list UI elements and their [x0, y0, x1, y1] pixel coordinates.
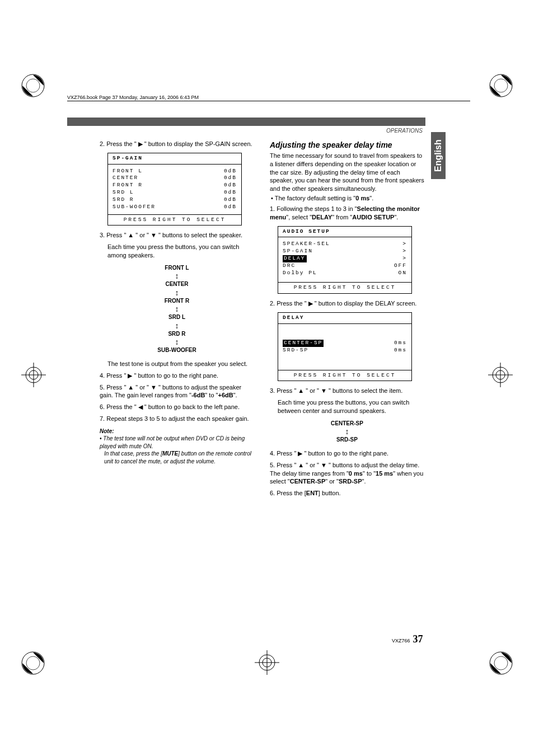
updown-arrow-icon: ↕ — [270, 428, 424, 435]
sp-gain-title: SP-GAIN — [108, 153, 241, 165]
audio-setup-footer: PRESS RIGHT TO SELECT — [278, 282, 411, 293]
left-step-3: 3. Press " ▲ " or " ▼ " buttons to selec… — [100, 231, 254, 240]
flow-item: CENTER-SP — [270, 420, 424, 428]
menu-row: SRD L0dB — [113, 189, 237, 196]
delay-screen: DELAY CENTER-SP0msSRD-SP0ms PRESS RIGHT … — [278, 312, 412, 381]
right-step-6: 6. Press the [ENT] button. — [270, 489, 424, 497]
left-step-3-sub: Each time you press the buttons, you can… — [107, 243, 254, 260]
menu-row: Dolby PLON — [283, 270, 407, 277]
sp-gain-footer: PRESS RIGHT TO SELECT — [108, 214, 241, 226]
flow-item: FRONT L — [100, 264, 254, 272]
right-step-5: 5. Press " ▲ " or " ▼ " buttons to adjus… — [270, 461, 424, 486]
svg-point-0 — [22, 74, 44, 97]
left-step-6: 6. Press the " ◀ " button to go back to … — [100, 403, 254, 411]
flow-item: CENTER — [100, 280, 254, 288]
delay-section-title: Adjusting the speaker delay time — [270, 140, 424, 151]
right-step-4: 4. Press " ▶ " button to go to the right… — [270, 449, 424, 458]
speaker-cycle-flow: FRONT L↕CENTER↕FRONT R↕SRD L↕SRD R↕SUB-W… — [100, 264, 254, 354]
left-column: 2. Press the " ▶ " button to display the… — [100, 140, 254, 501]
updown-arrow-icon: ↕ — [100, 289, 254, 297]
menu-row: FRONT L0dB — [113, 168, 237, 175]
menu-row: SUB-WOOFER0dB — [113, 204, 237, 211]
left-step-4: 4. Press " ▶ " button to go to the right… — [100, 372, 254, 380]
svg-point-3 — [494, 79, 508, 92]
corner-ring-tr — [488, 73, 514, 98]
left-step-5: 5. Press " ▲ " or " ▼ " buttons to adjus… — [100, 383, 254, 400]
menu-row: CENTER0dB — [113, 175, 237, 182]
flow-item: SRD R — [100, 330, 254, 338]
audio-setup-screen: AUDIO SETUP SPEAKER-SEL>SP-GAIN>DELAY>DR… — [278, 226, 412, 294]
menu-row: FRONT R0dB — [113, 182, 237, 189]
right-step-1: 1. Following the steps 1 to 3 in "Select… — [270, 205, 424, 222]
section-operations: OPERATIONS — [386, 127, 423, 135]
book-header: VXZ766.book Page 37 Monday, January 16, … — [67, 94, 199, 101]
delay-title: DELAY — [278, 313, 411, 324]
flow-item: SRD L — [100, 313, 254, 321]
right-step-3: 3. Press " ▲ " or " ▼ " buttons to selec… — [270, 387, 424, 395]
menu-row: SP-GAIN> — [283, 248, 407, 255]
audio-setup-title: AUDIO SETUP — [278, 227, 411, 238]
left-step-7: 7. Repeat steps 3 to 5 to adjust the eac… — [100, 415, 254, 423]
registration-mark-left — [21, 363, 46, 387]
svg-point-4 — [22, 652, 44, 674]
menu-row: SRD-SP0ms — [283, 347, 407, 354]
right-column: Adjusting the speaker delay time The tim… — [270, 140, 424, 501]
updown-arrow-icon: ↕ — [100, 272, 254, 280]
header-rule — [67, 101, 470, 101]
updown-arrow-icon: ↕ — [100, 322, 254, 330]
registration-mark-bottom — [255, 650, 279, 675]
page-number: VXZ766 37 — [392, 632, 423, 646]
updown-arrow-icon: ↕ — [100, 305, 254, 313]
flow-item: SUB-WOOFER — [100, 346, 254, 354]
svg-point-7 — [494, 656, 508, 670]
svg-point-1 — [26, 79, 40, 92]
corner-ring-tl — [20, 73, 46, 98]
right-step-3-sub: Each time you press the buttons, you can… — [278, 398, 424, 415]
sp-gain-screen: SP-GAIN FRONT L0dBCENTER0dBFRONT R0dBSRD… — [107, 153, 242, 226]
language-tab: English — [431, 132, 446, 179]
svg-point-5 — [26, 656, 40, 670]
left-step-2: 2. Press the " ▶ " button to display the… — [100, 140, 254, 148]
corner-ring-bl — [20, 650, 46, 676]
right-step-2: 2. Press the " ▶ " button to display the… — [270, 299, 424, 308]
left-after-flow: The test tone is output from the speaker… — [107, 360, 254, 368]
note-heading: Note: — [100, 428, 254, 435]
updown-arrow-icon: ↕ — [100, 338, 254, 346]
menu-row: DRCOFF — [283, 262, 407, 270]
top-dark-bar — [67, 118, 425, 126]
delay-cycle-flow: CENTER-SP↕SRD-SP — [270, 420, 424, 444]
factory-default-bullet: The factory default setting is "0 ms". — [270, 194, 424, 203]
menu-row: SPEAKER-SEL> — [283, 241, 407, 248]
flow-item: FRONT R — [100, 297, 254, 305]
registration-mark-right — [488, 363, 513, 387]
corner-ring-br — [488, 650, 514, 676]
menu-row: DELAY> — [283, 255, 407, 262]
svg-point-6 — [490, 652, 512, 674]
menu-row: CENTER-SP0ms — [283, 340, 407, 347]
menu-row: SRD R0dB — [113, 196, 237, 204]
delay-intro: The time necessary for sound to travel f… — [270, 152, 424, 193]
svg-point-2 — [490, 74, 512, 97]
delay-footer: PRESS RIGHT TO SELECT — [278, 370, 411, 381]
flow-item: SRD-SP — [270, 436, 424, 444]
note-body: • The test tone will not be output when … — [100, 435, 254, 465]
